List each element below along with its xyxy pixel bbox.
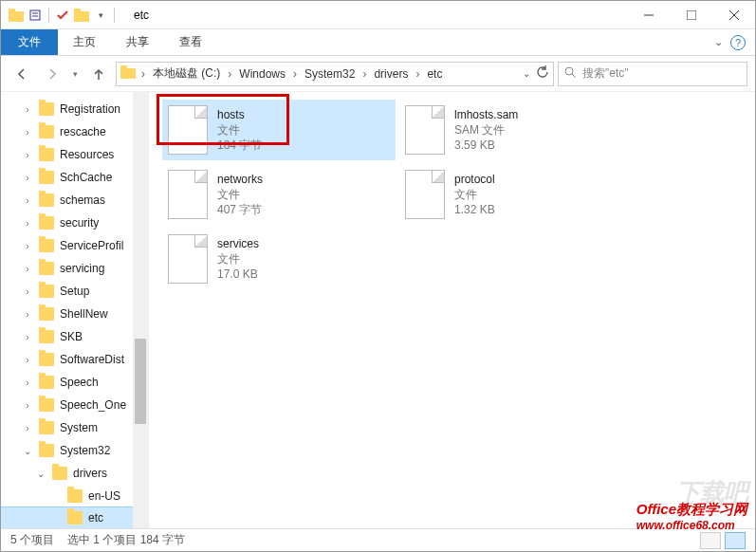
ribbon-expand-icon[interactable]: ⌄: [714, 36, 723, 48]
chevron-right-icon[interactable]: ›: [22, 309, 33, 320]
scrollbar-thumb[interactable]: [135, 339, 146, 424]
sidebar-item-rescache[interactable]: ›rescache: [1, 120, 148, 143]
chevron-down-icon[interactable]: ⌄: [22, 446, 33, 456]
folder-icon: [39, 193, 54, 207]
chevron-right-icon[interactable]: ›: [22, 264, 33, 274]
chevron-right-icon[interactable]: ›: [22, 173, 33, 183]
file-icon: [405, 170, 445, 219]
breadcrumb-segment[interactable]: System32: [303, 67, 357, 81]
scrollbar[interactable]: [133, 92, 148, 528]
file-icon: [405, 105, 445, 155]
chevron-right-icon[interactable]: ›: [22, 400, 33, 411]
file-type: 文件: [217, 122, 262, 138]
minimize-button[interactable]: [627, 1, 670, 28]
chevron-right-icon[interactable]: ›: [287, 67, 303, 81]
sidebar-item-en-us[interactable]: en-US: [1, 485, 148, 507]
maximize-button[interactable]: [670, 1, 712, 28]
file-icon: [168, 105, 208, 155]
sidebar-item-servicing[interactable]: ›servicing: [1, 257, 148, 280]
sidebar-item-serviceprofil[interactable]: ›ServiceProfil: [1, 234, 148, 257]
chevron-right-icon[interactable]: ›: [22, 332, 33, 342]
chevron-right-icon[interactable]: ›: [136, 67, 151, 81]
close-button[interactable]: [712, 1, 755, 28]
tab-view[interactable]: 查看: [164, 29, 217, 55]
sidebar-item-shellnew[interactable]: ›ShellNew: [1, 303, 148, 325]
file-pane[interactable]: hosts文件184 字节lmhosts.samSAM 文件3.59 KBnet…: [149, 92, 755, 528]
sidebar-item-label: servicing: [60, 262, 104, 275]
details-view-button[interactable]: [700, 532, 721, 549]
file-tile[interactable]: services文件17.0 KB: [162, 229, 396, 289]
sidebar-item-speech[interactable]: ›Speech: [1, 371, 148, 394]
window-title: etc: [124, 9, 149, 22]
sidebar-item-drivers[interactable]: ⌄drivers: [1, 462, 148, 485]
sidebar-item-label: ShellNew: [60, 307, 108, 321]
sidebar-item-setup[interactable]: ›Setup: [1, 280, 148, 303]
file-tile[interactable]: networks文件407 字节: [162, 164, 396, 225]
qat-dropdown-icon[interactable]: ▾: [93, 8, 108, 23]
tiles-view-button[interactable]: [725, 532, 746, 549]
sidebar-item-label: System: [60, 421, 98, 434]
file-tile[interactable]: hosts文件184 字节: [162, 100, 396, 160]
file-tab[interactable]: 文件: [1, 29, 58, 55]
file-tile[interactable]: lmhosts.samSAM 文件3.59 KB: [399, 100, 633, 160]
chevron-right-icon[interactable]: ›: [22, 286, 33, 297]
tab-share[interactable]: 共享: [111, 29, 164, 55]
sidebar-item-security[interactable]: ›security: [1, 212, 148, 234]
chevron-right-icon[interactable]: ›: [22, 377, 33, 388]
sidebar-item-registration[interactable]: ›Registration: [1, 98, 148, 120]
sidebar-item-label: rescache: [60, 125, 106, 138]
chevron-right-icon[interactable]: ›: [222, 67, 237, 81]
sidebar-item-schcache[interactable]: ›SchCache: [1, 166, 148, 189]
sidebar-item-system32[interactable]: ⌄System32: [1, 439, 148, 462]
check-icon[interactable]: [55, 8, 70, 23]
sidebar-item-schemas[interactable]: ›schemas: [1, 189, 148, 212]
search-input[interactable]: 搜索"etc": [558, 62, 747, 86]
file-meta: protocol文件1.32 KB: [454, 172, 495, 217]
chevron-right-icon[interactable]: ›: [22, 355, 33, 365]
folder-icon: [39, 262, 54, 275]
folder-icon: [74, 8, 89, 23]
sidebar-item-resources[interactable]: ›Resources: [1, 143, 148, 166]
address-dropdown-icon[interactable]: ⌄: [523, 68, 530, 79]
chevron-right-icon[interactable]: ›: [22, 104, 33, 115]
address-bar[interactable]: › 本地磁盘 (C:) › Windows › System32 › drive…: [116, 62, 554, 86]
sidebar-item-label: security: [60, 216, 99, 230]
chevron-right-icon[interactable]: ›: [22, 423, 33, 433]
sidebar-item-speech_one[interactable]: ›Speech_One: [1, 394, 148, 416]
recent-dropdown-icon[interactable]: ▾: [69, 69, 82, 79]
chevron-right-icon[interactable]: ›: [22, 127, 33, 138]
folder-icon: [39, 102, 54, 116]
chevron-right-icon[interactable]: ›: [22, 195, 33, 206]
sidebar-item-label: SKB: [60, 330, 83, 343]
tab-home[interactable]: 主页: [58, 29, 111, 55]
breadcrumb-segment[interactable]: 本地磁盘 (C:): [151, 65, 222, 82]
chevron-down-icon[interactable]: ⌄: [35, 469, 46, 479]
chevron-right-icon[interactable]: ›: [357, 67, 372, 81]
props-icon[interactable]: [28, 8, 43, 23]
chevron-right-icon[interactable]: ›: [22, 150, 33, 160]
file-size: 17.0 KB: [217, 267, 259, 282]
refresh-icon[interactable]: [536, 65, 549, 82]
sidebar-item-label: en-US: [88, 489, 120, 503]
breadcrumb-segment[interactable]: drivers: [372, 67, 410, 81]
help-icon[interactable]: ?: [730, 35, 746, 50]
sidebar-item-system[interactable]: ›System: [1, 416, 148, 439]
sidebar-item-etc[interactable]: etc: [1, 506, 149, 528]
back-button[interactable]: [9, 61, 35, 87]
chevron-right-icon[interactable]: ›: [22, 241, 33, 251]
file-tile[interactable]: protocol文件1.32 KB: [399, 164, 633, 225]
folder-icon: [39, 216, 54, 230]
sidebar-item-label: drivers: [73, 467, 107, 480]
breadcrumb-segment[interactable]: Windows: [237, 67, 287, 81]
chevron-right-icon[interactable]: ›: [22, 218, 33, 229]
up-button[interactable]: [85, 61, 112, 87]
folder-icon: [39, 239, 54, 252]
folder-icon: [52, 467, 67, 480]
sidebar-item-label: SchCache: [60, 171, 112, 184]
chevron-right-icon[interactable]: ›: [410, 67, 425, 81]
forward-button[interactable]: [39, 61, 65, 87]
sidebar-item-softwaredist[interactable]: ›SoftwareDist: [1, 348, 148, 371]
folder-icon: [39, 148, 54, 161]
breadcrumb-segment[interactable]: etc: [425, 67, 444, 81]
sidebar-item-skb[interactable]: ›SKB: [1, 325, 148, 348]
